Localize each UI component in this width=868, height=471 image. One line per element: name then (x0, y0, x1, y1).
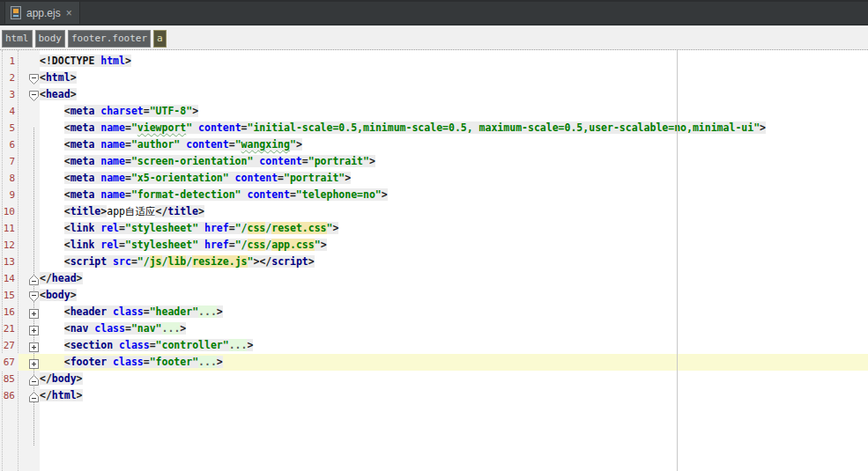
line-number: 12 (0, 237, 19, 254)
breadcrumb-bar: html body footer.footer a (0, 27, 868, 50)
line-number: 27 (0, 337, 19, 354)
code-line-caret[interactable]: 67 <footer class="footer"...> (0, 354, 868, 371)
fold-end-icon[interactable] (29, 273, 39, 289)
breadcrumb-item-a[interactable]: a (153, 30, 167, 48)
code-text: <footer class="footer"...> (40, 354, 868, 371)
code-text: <header class="header"...> (40, 304, 868, 320)
line-number: 8 (0, 170, 19, 187)
fold-gutter-cell (19, 220, 40, 237)
editor-tab-bar: app.ejs × (0, 0, 868, 26)
code-text: <script src="/js/lib/resize.js"></script… (40, 254, 868, 270)
fold-end-icon[interactable] (29, 373, 39, 389)
code-line[interactable]: 11 <link rel="stylesheet" href="/css/res… (0, 220, 868, 237)
code-text: <link rel="stylesheet" href="/css/app.cs… (40, 237, 868, 254)
fold-gutter-cell (19, 237, 40, 254)
line-number: 4 (0, 103, 19, 120)
code-text: <meta name="format-detection" content="t… (40, 187, 868, 203)
code-text: <title>app自适应</title> (40, 203, 868, 220)
line-number: 10 (0, 203, 19, 220)
code-text: <meta name="screen-orientation" content=… (40, 153, 868, 170)
code-line[interactable]: 21 <nav class="nav"...> (0, 320, 868, 337)
ide-window: app.ejs × html body footer.footer a 1<!D… (0, 0, 868, 471)
fold-expanded-icon[interactable] (29, 89, 39, 105)
fold-gutter-cell (19, 254, 40, 270)
line-number: 2 (0, 70, 19, 86)
code-line[interactable]: 86</html> (0, 387, 868, 404)
editor-pane[interactable]: 1<!DOCTYPE html>2<html>3<head>4 <meta ch… (0, 50, 868, 471)
fold-gutter-cell (19, 120, 40, 136)
fold-gutter-cell (19, 270, 40, 287)
fold-gutter-cell (19, 371, 40, 387)
code-text: <link rel="stylesheet" href="/css/reset.… (40, 220, 868, 237)
ejs-file-icon (11, 6, 21, 19)
line-number: 1 (0, 53, 19, 70)
code-text: <head> (40, 86, 868, 103)
line-number: 6 (0, 136, 19, 153)
code-line[interactable]: 10 <title>app自适应</title> (0, 203, 868, 220)
code-text: <meta charset="UTF-8"> (40, 103, 868, 120)
code-text: <meta name="author" content="wangxing"> (40, 136, 868, 153)
breadcrumb-item-footer[interactable]: footer.footer (68, 30, 151, 48)
fold-gutter-cell (19, 320, 40, 337)
line-number: 15 (0, 287, 19, 304)
code-text: <html> (40, 70, 868, 86)
line-number: 67 (0, 354, 19, 371)
code-line[interactable]: 13 <script src="/js/lib/resize.js"></scr… (0, 254, 868, 270)
fold-collapsed-icon[interactable] (29, 323, 39, 339)
line-number: 11 (0, 220, 19, 237)
fold-gutter-cell (19, 53, 40, 70)
code-line[interactable]: 12 <link rel="stylesheet" href="/css/app… (0, 237, 868, 254)
code-line[interactable]: 14</head> (0, 270, 868, 287)
line-number: 9 (0, 187, 19, 203)
breadcrumb-item-body[interactable]: body (35, 30, 66, 48)
code-line[interactable]: 27 <section class="controller"...> (0, 337, 868, 354)
code-line[interactable]: 15<body> (0, 287, 868, 304)
code-text: <meta name="viewport" content="initial-s… (40, 120, 868, 136)
close-tab-icon[interactable]: × (66, 8, 72, 18)
fold-gutter-cell (19, 387, 40, 404)
code-area: 1<!DOCTYPE html>2<html>3<head>4 <meta ch… (0, 53, 868, 404)
tab-label: app.ejs (26, 7, 61, 19)
fold-gutter-cell (19, 187, 40, 203)
code-text: <nav class="nav"...> (40, 320, 868, 337)
code-text: <body> (40, 287, 868, 304)
fold-gutter-cell (19, 354, 40, 371)
fold-end-icon[interactable] (29, 390, 39, 406)
code-text: <meta name="x5-orientation" content="por… (40, 170, 868, 187)
code-text: <!DOCTYPE html> (40, 53, 868, 70)
code-text: </head> (40, 270, 868, 287)
fold-expanded-icon[interactable] (29, 72, 39, 88)
fold-gutter-cell (19, 86, 40, 103)
fold-collapsed-icon[interactable] (29, 340, 39, 356)
tab-app-ejs[interactable]: app.ejs × (4, 2, 80, 24)
right-margin-guide (677, 50, 678, 471)
breadcrumb-item-html[interactable]: html (2, 30, 33, 48)
line-number: 86 (0, 387, 19, 404)
code-line[interactable]: 9 <meta name="format-detection" content=… (0, 187, 868, 203)
code-line[interactable]: 5 <meta name="viewport" content="initial… (0, 120, 868, 136)
code-line[interactable]: 3<head> (0, 86, 868, 103)
code-line[interactable]: 2<html> (0, 70, 868, 86)
fold-collapsed-icon[interactable] (29, 306, 39, 322)
line-number: 16 (0, 304, 19, 320)
fold-expanded-icon[interactable] (29, 290, 39, 305)
code-text: <section class="controller"...> (40, 337, 868, 354)
code-line[interactable]: 16 <header class="header"...> (0, 304, 868, 320)
code-line[interactable]: 1<!DOCTYPE html> (0, 53, 868, 70)
code-text: </html> (40, 387, 868, 404)
code-line[interactable]: 4 <meta charset="UTF-8"> (0, 103, 868, 120)
line-number: 14 (0, 270, 19, 287)
fold-gutter-cell (19, 337, 40, 354)
line-number: 5 (0, 120, 19, 136)
fold-collapsed-icon[interactable] (29, 357, 39, 372)
fold-gutter-cell (19, 203, 40, 220)
code-line[interactable]: 6 <meta name="author" content="wangxing"… (0, 136, 868, 153)
fold-gutter-cell (19, 287, 40, 304)
code-line[interactable]: 8 <meta name="x5-orientation" content="p… (0, 170, 868, 187)
code-line[interactable]: 85</body> (0, 371, 868, 387)
fold-gutter-cell (19, 153, 40, 170)
code-line[interactable]: 7 <meta name="screen-orientation" conten… (0, 153, 868, 170)
line-number: 3 (0, 86, 19, 103)
fold-gutter-cell (19, 304, 40, 320)
fold-gutter-cell (19, 103, 40, 120)
